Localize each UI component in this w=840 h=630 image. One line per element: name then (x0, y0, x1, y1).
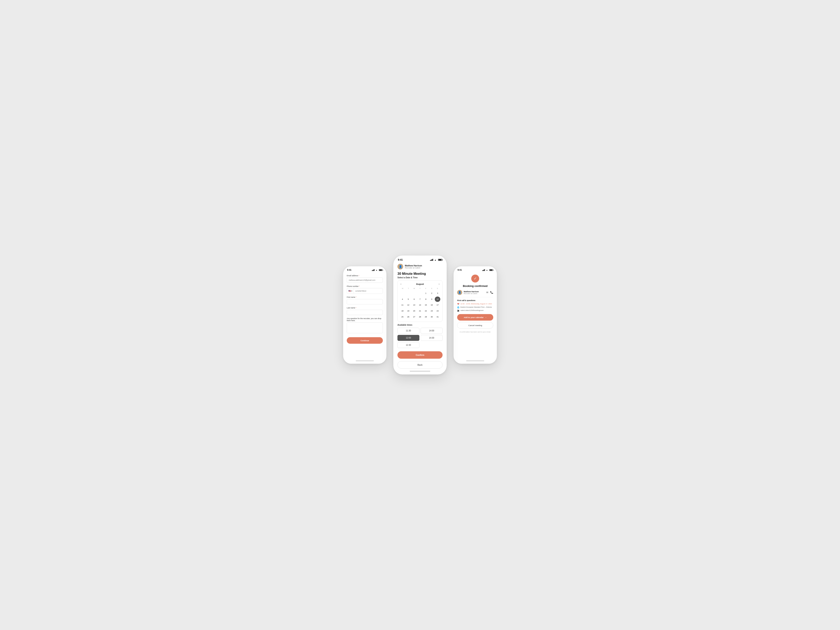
calendar-day[interactable]: 22 (423, 308, 429, 314)
time-slot-button[interactable]: 11:30 (398, 328, 419, 334)
calendar-days-header: M T W T F S S (400, 287, 440, 290)
time-slot-button[interactable]: 14:00 (421, 328, 442, 334)
phone-icon[interactable]: 📞 (490, 291, 493, 294)
recruiter-avatar-3: 👤 (457, 290, 462, 295)
status-icons-1: ▲ (372, 269, 382, 271)
globe-icon: 🌐 (457, 306, 459, 308)
phone-form: 9:41 ▲ Email address * (343, 266, 386, 363)
battery-fill-2 (439, 259, 442, 261)
signal-1 (372, 269, 374, 271)
prev-month-button[interactable]: ‹ (400, 283, 402, 286)
calendar-day[interactable]: 6 (411, 297, 417, 302)
last-name-input[interactable] (347, 309, 383, 315)
email-label: Email address * (347, 275, 383, 277)
back-button[interactable]: Back (398, 361, 442, 368)
wifi-icon-2: ▲ (434, 259, 436, 261)
country-code: ▾ (351, 290, 352, 292)
signal-3 (482, 269, 485, 271)
calendar-day[interactable]: 18 (400, 308, 405, 314)
home-indicator-3 (466, 360, 484, 362)
calendar-day[interactable]: 21 (417, 308, 423, 314)
event-timezone-text: Eastern European Standard Time – Estonia (460, 306, 492, 308)
calendar-day[interactable]: 17 (435, 302, 440, 308)
calendar-day[interactable]: 23 (429, 308, 434, 314)
time-slot-button[interactable]: 12:30 (398, 342, 419, 348)
question-textarea[interactable] (347, 322, 383, 333)
add-calendar-button[interactable]: Add to your calendar → (457, 314, 493, 321)
calendar-day[interactable]: 29 (423, 314, 429, 319)
status-time-1: 9:41 (347, 269, 352, 271)
calendar-day[interactable]: 26 (406, 314, 411, 319)
cancel-meeting-button[interactable]: Cancel meeting (457, 322, 493, 328)
calendar-day[interactable]: 9 (429, 297, 434, 302)
battery-icon-2 (438, 259, 442, 261)
calendar-day[interactable]: 15 (423, 302, 429, 308)
confirm-button[interactable]: Confirm (398, 351, 442, 359)
continue-button[interactable]: Continue (347, 337, 383, 344)
next-month-button[interactable]: › (438, 283, 440, 286)
calendar-icon: 📅 (457, 303, 459, 305)
battery-fill-1 (379, 270, 382, 270)
event-link: 🎥 calent.video/12345meetingroom (457, 309, 493, 312)
email-input[interactable] (347, 278, 383, 283)
calendar-day[interactable]: 11 (400, 302, 405, 308)
calendar-days: 1234567891011121314151617181920212223242… (400, 291, 440, 319)
calendar-day[interactable]: 7 (417, 297, 423, 302)
recruiter-title: Recruiter at Calent (405, 267, 422, 269)
calendar-day[interactable]: 27 (411, 314, 417, 319)
event-link-text: calent.video/12345meetingroom (460, 309, 483, 311)
confirmation-note: A confirmation has been sent to your ema… (457, 331, 493, 333)
recruiter-info-3: Matthew Harrison Recruiter at Calent (464, 291, 479, 294)
calendar-day[interactable]: 24 (435, 308, 440, 314)
firstname-required: * (356, 296, 357, 298)
calendar-day[interactable]: 3 (435, 291, 440, 296)
calendar-day[interactable]: 14 (417, 302, 423, 308)
calendar-day[interactable]: 5 (406, 297, 411, 302)
calendar-day[interactable]: 12 (406, 302, 411, 308)
video-icon: 🎥 (457, 309, 459, 312)
calendar-day[interactable]: 2 (429, 291, 434, 296)
calendar-day[interactable]: 25 (400, 314, 405, 319)
status-time-3: 9:41 (458, 269, 462, 271)
calendar-day (406, 291, 411, 296)
status-icons-2: ▲ (430, 259, 442, 261)
time-slot-button[interactable]: 14:30 (421, 335, 442, 341)
calendar-day[interactable]: 31 (435, 314, 440, 319)
phone-flag-input[interactable]: 🇺🇸 ▾ (347, 288, 383, 294)
first-name-input[interactable] (347, 299, 383, 305)
booking-confirmed-text: Booking confirmed (457, 284, 493, 287)
email-required: * (359, 275, 359, 277)
event-datetime-text: 12:30 - 13:00, Wednesday, August 17, 202… (460, 303, 492, 305)
times-grid: 11:3014:0012:0014:3012:30 (398, 328, 442, 348)
recruiter-name: Matthew Harrison (405, 265, 422, 267)
phones-container: 9:41 ▲ Email address * (338, 256, 502, 374)
calendar-day[interactable]: 13 (411, 302, 417, 308)
arrow-icon: → (485, 316, 487, 319)
calendar-day[interactable]: 10 (435, 297, 440, 302)
signal-2 (430, 259, 433, 261)
calendar-day (411, 291, 417, 296)
calendar-content: 👤 Matthew Harrison Recruiter at Calent 3… (393, 262, 447, 369)
status-time-2: 9:41 (398, 258, 403, 261)
email-icon[interactable]: ✉ (486, 291, 488, 294)
calendar-nav: ‹ August › (400, 283, 440, 286)
confirm-icon-wrap: ✓ (457, 275, 493, 283)
calendar-day[interactable]: 30 (429, 314, 434, 319)
calendar-day[interactable]: 20 (411, 308, 417, 314)
calendar-day[interactable]: 8 (423, 297, 429, 302)
calendar-day[interactable]: 19 (406, 308, 411, 314)
calendar-day[interactable]: 28 (417, 314, 423, 319)
signal-bar-2 (373, 270, 373, 271)
recruiter-card: 👤 Matthew Harrison Recruiter at Calent ✉… (457, 290, 493, 297)
home-indicator-2 (410, 371, 430, 372)
signal-bar-3 (373, 270, 374, 271)
calendar-day[interactable]: 4 (400, 297, 405, 302)
event-datetime: 📅 12:30 - 13:00, Wednesday, August 17, 2… (457, 303, 493, 305)
phone-number-input[interactable] (354, 289, 383, 294)
phone-label: Phone number * (347, 285, 383, 287)
time-slot-button[interactable]: 12:00 (398, 335, 419, 341)
calendar-day[interactable]: 1 (423, 291, 429, 296)
event-timezone: 🌐 Eastern European Standard Time – Eston… (457, 306, 493, 308)
calendar-day[interactable]: 16 (429, 302, 434, 308)
add-calendar-label: Add to your calendar (464, 316, 483, 319)
